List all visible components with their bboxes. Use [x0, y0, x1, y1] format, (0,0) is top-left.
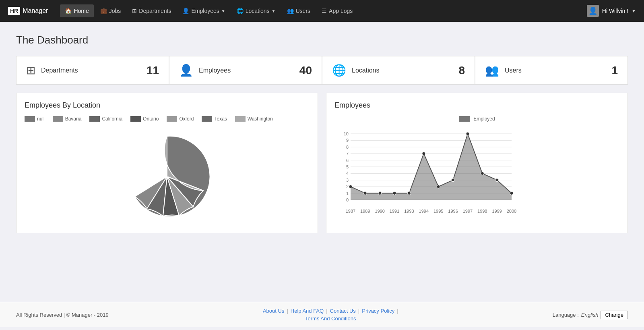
stat-label-users: Users — [505, 67, 606, 74]
pie-chart-card: Employees By Location nullBavariaCalifor… — [16, 93, 318, 233]
nav-item-departments[interactable]: ⊞Departments — [127, 4, 176, 17]
svg-text:1995: 1995 — [433, 209, 443, 214]
line-chart-title: Employees — [334, 101, 619, 110]
language-label: Language : — [553, 312, 579, 318]
svg-text:1996: 1996 — [448, 209, 458, 214]
stat-label-departments: Departments — [41, 67, 141, 74]
nav-item-employees[interactable]: 👤Employees▼ — [178, 4, 230, 17]
navbar-right: 👤 Hi Willvin ! ▼ — [587, 5, 636, 17]
svg-point-42 — [466, 132, 469, 135]
legend-swatch — [459, 116, 470, 122]
svg-point-43 — [481, 172, 484, 175]
pie-legend-item-3: Ontario — [130, 116, 159, 122]
stat-card-employees[interactable]: 👤 Employees 40 — [169, 56, 322, 85]
svg-text:1993: 1993 — [404, 209, 414, 214]
pie-legend-item-4: Oxford — [167, 116, 194, 122]
nav-menu: 🏠Home💼Jobs⊞Departments👤Employees▼🌐Locati… — [60, 4, 586, 17]
svg-text:0: 0 — [346, 197, 349, 202]
legend-swatch-0 — [25, 116, 35, 122]
chart-legend: Employed — [334, 116, 619, 122]
stat-count-users: 1 — [611, 64, 618, 77]
footer-contact[interactable]: Contact Us — [330, 308, 356, 314]
svg-text:1998: 1998 — [477, 209, 487, 214]
navbar: HR Manager 🏠Home💼Jobs⊞Departments👤Employ… — [0, 0, 644, 22]
user-name[interactable]: Hi Willvin ! — [602, 8, 628, 14]
legend-swatch-6 — [235, 116, 246, 122]
legend-label: Employed — [473, 116, 495, 122]
footer-language: Language : English Change — [553, 311, 628, 319]
stat-icon-users: 👥 — [485, 64, 499, 77]
nav-icon-locations: 🌐 — [237, 8, 244, 14]
svg-text:1990: 1990 — [375, 209, 384, 214]
svg-point-38 — [407, 192, 411, 195]
svg-text:9: 9 — [346, 138, 349, 143]
stat-icon-employees: 👤 — [179, 64, 193, 77]
svg-point-39 — [422, 152, 425, 155]
footer-faq[interactable]: Help And FAQ — [291, 308, 324, 314]
stat-count-locations: 8 — [458, 64, 465, 77]
stat-card-departments[interactable]: ⊞ Departments 11 — [16, 56, 169, 85]
footer: All Rights Reserved | © Manager - 2019 A… — [0, 302, 644, 327]
brand-name: Manager — [23, 7, 48, 15]
pie-legend-item-6: Washington — [235, 116, 273, 122]
pie-legend: nullBavariaCaliforniaOntarioOxfordTexasW… — [25, 116, 310, 122]
stat-card-users[interactable]: 👥 Users 1 — [475, 56, 628, 85]
svg-point-34 — [349, 185, 352, 188]
line-chart-svg: 0123456789101987198919901991199319941995… — [334, 126, 520, 214]
stat-count-departments: 11 — [147, 64, 159, 77]
pie-chart-svg — [123, 132, 211, 221]
footer-copyright: All Rights Reserved | © Manager - 2019 — [16, 312, 109, 318]
page-title: The Dashboard — [16, 34, 628, 46]
svg-text:1997: 1997 — [463, 209, 473, 214]
svg-text:5: 5 — [346, 164, 349, 169]
svg-point-37 — [393, 192, 396, 195]
pie-legend-item-2: California — [89, 116, 122, 122]
stat-icon-departments: ⊞ — [26, 64, 35, 77]
line-chart-container: 0123456789101987198919901991199319941995… — [334, 126, 619, 216]
svg-text:2: 2 — [346, 184, 349, 189]
legend-swatch-4 — [167, 116, 177, 122]
svg-text:2000: 2000 — [507, 209, 516, 214]
nav-icon-users: 👥 — [287, 8, 294, 14]
charts-row: Employees By Location nullBavariaCalifor… — [16, 93, 628, 233]
change-language-button[interactable]: Change — [601, 311, 628, 319]
nav-item-applogs[interactable]: ☰App Logs — [317, 4, 357, 17]
main-content: The Dashboard ⊞ Departments 11 👤 Employe… — [0, 22, 644, 302]
legend-swatch-3 — [130, 116, 141, 122]
nav-icon-applogs: ☰ — [322, 8, 327, 14]
svg-text:1999: 1999 — [492, 209, 502, 214]
svg-text:1991: 1991 — [390, 209, 399, 214]
brand[interactable]: HR Manager — [8, 7, 48, 15]
svg-text:10: 10 — [344, 131, 349, 136]
nav-item-home[interactable]: 🏠Home — [60, 4, 93, 17]
footer-privacy[interactable]: Privacy Policy — [362, 308, 394, 314]
legend-swatch-2 — [89, 116, 100, 122]
footer-links-row2: Terms And Conditions — [305, 315, 356, 322]
pie-chart-title: Employees By Location — [25, 101, 310, 110]
nav-icon-employees: 👤 — [182, 8, 189, 14]
svg-point-45 — [510, 192, 513, 195]
user-avatar: 👤 — [587, 5, 599, 17]
svg-point-36 — [378, 192, 382, 195]
user-dropdown-icon[interactable]: ▼ — [632, 8, 636, 13]
svg-text:1987: 1987 — [346, 209, 355, 214]
brand-hr: HR — [8, 7, 20, 15]
footer-links: About Us | Help And FAQ | Contact Us | P… — [263, 308, 398, 322]
nav-icon-home: 🏠 — [65, 8, 72, 14]
stat-label-employees: Employees — [199, 67, 294, 74]
svg-text:8: 8 — [346, 145, 349, 149]
svg-text:1: 1 — [346, 191, 349, 196]
svg-point-44 — [495, 178, 499, 182]
footer-about[interactable]: About Us — [263, 308, 284, 314]
nav-item-users[interactable]: 👥Users — [282, 4, 316, 17]
pie-container — [25, 128, 310, 225]
svg-text:7: 7 — [346, 151, 349, 156]
nav-item-locations[interactable]: 🌐Locations▼ — [232, 4, 281, 17]
svg-point-35 — [363, 192, 367, 195]
footer-terms[interactable]: Terms And Conditions — [305, 315, 356, 322]
pie-legend-item-0: null — [25, 116, 45, 122]
nav-icon-jobs: 💼 — [100, 8, 107, 14]
stat-card-locations[interactable]: 🌐 Locations 8 — [322, 56, 475, 85]
nav-item-jobs[interactable]: 💼Jobs — [95, 4, 126, 17]
svg-point-41 — [452, 178, 455, 182]
